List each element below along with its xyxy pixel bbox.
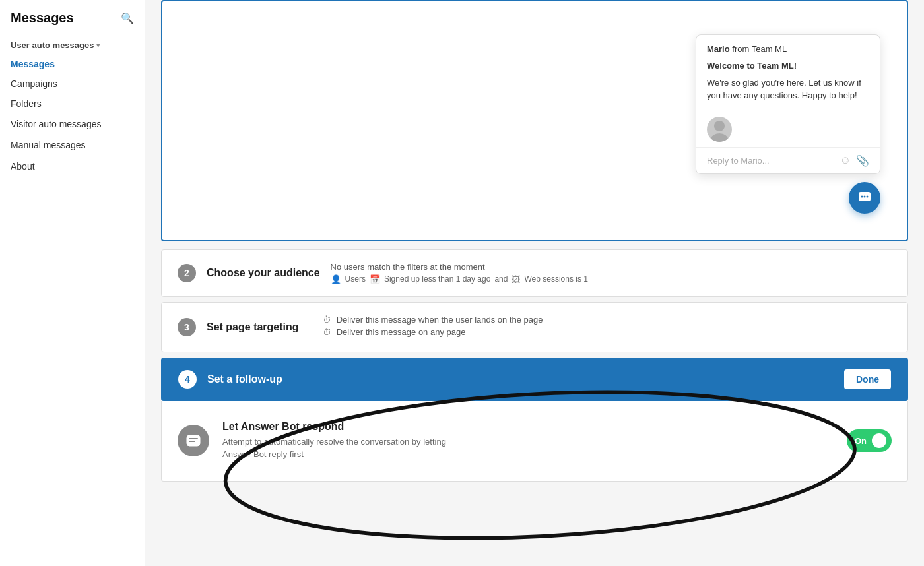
reply-placeholder: Reply to Mario... — [707, 156, 770, 166]
audience-meta: 👤 Users 📅 Signed up less than 1 day ago … — [331, 274, 892, 284]
step-number-3: 3 — [178, 318, 196, 336]
chat-greeting: Welcome to Team ML! We're so glad you're… — [707, 59, 869, 102]
chat-popup-body: Mario from Team ML Welcome to Team ML! W… — [696, 35, 880, 111]
sidebar-item-visitor-auto-messages[interactable]: Visitor auto messages — [0, 113, 145, 135]
attachment-icon[interactable]: 📎 — [856, 154, 869, 167]
step-card-audience[interactable]: 2 Choose your audience No users match th… — [161, 249, 908, 297]
sidebar-item-campaigns[interactable]: Campaigns — [0, 74, 145, 94]
and-label: and — [494, 274, 508, 284]
targeting-line-2: ⏱ Deliver this message on any page — [323, 327, 892, 337]
step-number-2: 2 — [178, 264, 196, 282]
chat-avatar-row — [696, 111, 880, 147]
svg-rect-8 — [189, 441, 195, 442]
step-number-4: 4 — [178, 370, 197, 389]
done-button[interactable]: Done — [844, 369, 891, 389]
toggle-label: On — [855, 436, 867, 446]
svg-point-4 — [864, 195, 866, 197]
users-icon: 👤 — [331, 274, 341, 284]
signed-up-label: Signed up less than 1 day ago — [384, 274, 490, 284]
svg-point-1 — [711, 133, 728, 142]
bot-info: Let Answer Bot respond Attempt to automa… — [222, 421, 834, 461]
toggle-knob — [872, 433, 886, 448]
web-icon: 🖼 — [512, 274, 520, 284]
targeting-line-1: ⏱ Deliver this message when the user lan… — [323, 315, 892, 325]
web-sessions-label: Web sessions is 1 — [524, 274, 588, 284]
preview-inner: Mario from Team ML Welcome to Team ML! W… — [162, 1, 907, 240]
step-detail-3: ⏱ Deliver this message when the user lan… — [323, 315, 892, 340]
step-title-3: Set page targeting — [207, 321, 312, 333]
sidebar-item-about[interactable]: About — [0, 156, 145, 177]
sidebar-item-folders[interactable]: Folders — [0, 94, 145, 113]
svg-point-5 — [867, 195, 869, 197]
answer-bot-toggle[interactable]: On — [847, 429, 892, 452]
users-label: Users — [345, 274, 366, 284]
chat-widget-container: Mario from Team ML Welcome to Team ML! W… — [696, 34, 880, 214]
sidebar: Messages 🔍 User auto messages ▾ Messages… — [0, 0, 145, 566]
chat-popup: Mario from Team ML Welcome to Team ML! W… — [696, 34, 880, 174]
followup-content: Let Answer Bot respond Attempt to automa… — [161, 401, 908, 482]
step-detail-2: No users match the filters at the moment… — [331, 262, 892, 284]
chevron-down-icon: ▾ — [96, 42, 100, 49]
toggle-container[interactable]: On — [847, 429, 892, 452]
svg-point-0 — [714, 121, 725, 131]
sidebar-section-user-auto-messages[interactable]: User auto messages ▾ — [0, 36, 145, 54]
followup-wrapper: 4 Set a follow-up Done Let Answer Bot re… — [161, 358, 908, 482]
preview-card: Mario from Team ML Welcome to Team ML! W… — [161, 0, 908, 241]
sidebar-title: Messages — [11, 11, 74, 26]
bot-description: Attempt to automatically resolve the con… — [222, 435, 834, 461]
sidebar-item-manual-messages[interactable]: Manual messages — [0, 135, 145, 156]
step-card-targeting[interactable]: 3 Set page targeting ⏱ Deliver this mess… — [161, 302, 908, 352]
step-card-followup[interactable]: 4 Set a follow-up Done — [161, 358, 908, 401]
emoji-icon[interactable]: ☺ — [840, 154, 851, 167]
chat-sender-from: from Team ML — [732, 44, 787, 54]
bot-icon — [178, 425, 209, 456]
calendar-icon: 📅 — [370, 274, 380, 284]
chat-reply-icons: ☺ 📎 — [840, 154, 869, 167]
chat-sender: Mario from Team ML — [707, 44, 869, 54]
chat-reply-area[interactable]: Reply to Mario... ☺ 📎 — [696, 147, 880, 173]
sidebar-header: Messages 🔍 — [0, 11, 145, 36]
search-icon[interactable]: 🔍 — [121, 12, 134, 24]
audience-no-users: No users match the filters at the moment — [331, 262, 892, 272]
svg-rect-7 — [189, 438, 198, 439]
chat-fab-button[interactable] — [849, 182, 880, 214]
main-content: Mario from Team ML Welcome to Team ML! W… — [145, 0, 924, 566]
sidebar-section-label: User auto messages — [11, 40, 94, 50]
svg-point-3 — [861, 195, 863, 197]
bot-title: Let Answer Bot respond — [222, 421, 834, 433]
avatar — [707, 117, 732, 142]
chat-sender-name: Mario — [707, 44, 730, 54]
sidebar-item-messages[interactable]: Messages — [0, 54, 145, 74]
step-title-4: Set a follow-up — [207, 373, 834, 385]
step-title-2: Choose your audience — [207, 267, 320, 279]
